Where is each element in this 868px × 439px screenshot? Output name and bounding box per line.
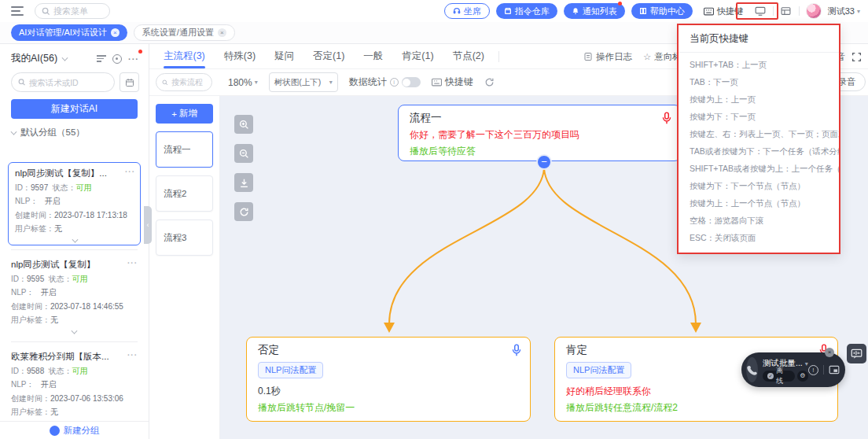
check-icon: ✓ [767, 373, 774, 379]
user-menu[interactable]: 测试33 ▾ [828, 6, 860, 17]
seat-button[interactable]: 坐席 [444, 3, 490, 19]
call-widget-info: 测试批量... ▾ ✓ 离线 ⚙ [763, 358, 808, 382]
flow-item-1[interactable]: 流程一 [156, 131, 213, 168]
tab-system-settings[interactable]: 系统设置/通用设置 × [134, 24, 235, 41]
menu-search[interactable] [35, 3, 110, 19]
created-label: 创建时间： [15, 211, 54, 220]
flow-search-input[interactable] [171, 78, 206, 87]
shortcuts-button[interactable]: 快捷键 [699, 4, 748, 19]
more-icon[interactable]: ··· [127, 351, 138, 363]
my-ai-title[interactable]: 我的AI(56) [11, 52, 57, 65]
id-label: ID： [15, 183, 31, 192]
reset-view-button[interactable] [234, 202, 253, 221]
microphone-icon[interactable] [511, 344, 522, 357]
more-icon[interactable]: ··· [128, 54, 139, 64]
microphone-icon[interactable] [661, 112, 672, 125]
close-icon[interactable]: × [218, 28, 226, 37]
info-icon[interactable]: i [390, 78, 399, 87]
tab-positive[interactable]: 肯定(1) [392, 44, 443, 68]
status-label: 状态： [53, 183, 76, 192]
voice-bubble-button[interactable] [847, 344, 866, 363]
book-icon [639, 7, 647, 15]
flow-item-3[interactable]: 流程3 [156, 220, 213, 256]
top-bar: 坐席 指令仓库 通知列表 帮助中心 快捷键 [0, 0, 868, 22]
notification-badge [618, 2, 622, 6]
download-button[interactable] [234, 173, 253, 192]
flow-item-2[interactable]: 流程2 [156, 175, 213, 212]
data-stats-toggle[interactable] [402, 77, 421, 87]
new-ai-button[interactable]: 新建对话AI [11, 99, 138, 119]
nlp-config-badge[interactable]: NLP问法配置 [258, 362, 323, 378]
info-icon[interactable]: ! [808, 365, 818, 375]
calendar-icon[interactable] [120, 72, 139, 92]
tab-nodes[interactable]: 节点(2) [443, 44, 494, 68]
node-root-flow[interactable]: 流程一 你好，需要了解一下这个三百万的项目吗 播放后等待应答 [398, 105, 681, 161]
help-center-label: 帮助中心 [650, 6, 685, 17]
avatar[interactable] [806, 3, 822, 19]
command-repo-button[interactable]: 指令仓库 [496, 3, 557, 19]
shortcut-item: 按键为下：下一个节点（节点） [679, 178, 839, 195]
fullscreen-icon[interactable] [851, 52, 862, 62]
app-root: 坐席 指令仓库 通知列表 帮助中心 快捷键 [0, 0, 868, 439]
more-icon[interactable]: ··· [125, 168, 135, 179]
zoom-in-button[interactable] [234, 115, 253, 134]
gear-icon[interactable]: ⚙ [797, 371, 808, 382]
operation-log-button[interactable]: 操作日志 [583, 51, 632, 63]
ai-card[interactable]: 欧莱雅积分到期【版本...··· ID：9588 状态：可用 NLP： 开启 创… [0, 346, 149, 421]
phone-icon[interactable] [746, 357, 758, 382]
layout-select[interactable]: 树状图(上下) ▾ [269, 72, 338, 92]
search-icon [162, 79, 168, 87]
close-icon[interactable]: × [825, 348, 834, 357]
call-widget[interactable]: 测试批量... ▾ ✓ 离线 ⚙ ! × [741, 352, 845, 387]
nlp-config-badge[interactable]: NLP问法配置 [566, 362, 631, 378]
tab-negative[interactable]: 否定(1) [303, 44, 354, 68]
menu-toggle-icon[interactable] [11, 6, 24, 16]
ai-card[interactable]: nlp同步测试【复制】··· ID：9595 状态：可用 NLP： 开启 创建时… [0, 254, 149, 338]
canvas-shortcuts-label: 快捷键 [445, 76, 473, 89]
pip-icon[interactable] [829, 365, 840, 374]
refresh-icon[interactable] [484, 77, 495, 87]
node-action-text: 播放后跳转任意流程/流程2 [566, 401, 826, 415]
tab-main-flow[interactable]: 主流程(3) [154, 44, 215, 68]
divider [773, 6, 774, 16]
sort-icon[interactable] [97, 55, 106, 62]
new-group-button[interactable]: + 新建分组 [0, 421, 149, 439]
tab-ai-dialog-design[interactable]: AI对话管理/AI对话设计 × [11, 24, 127, 41]
gear-icon[interactable] [112, 54, 122, 64]
alert-dot [138, 50, 142, 53]
zoom-level-dropdown[interactable]: 180% ▾ [228, 77, 258, 88]
tag-value: 无 [50, 315, 58, 324]
expand-chevron[interactable] [11, 326, 138, 334]
default-group-toggle[interactable]: 默认分组（55） [0, 119, 149, 142]
flow-search[interactable] [156, 73, 212, 91]
more-icon[interactable]: ··· [127, 259, 138, 271]
tab-question[interactable]: 疑问 [265, 44, 303, 68]
tab-general[interactable]: 一般 [354, 44, 392, 68]
zoom-out-button[interactable] [234, 144, 253, 163]
data-stats-label: 数据统计 [349, 76, 387, 89]
id-label: ID： [11, 367, 27, 375]
ai-search[interactable] [11, 72, 115, 92]
close-icon[interactable]: × [111, 28, 120, 37]
panel-layout-icon[interactable] [780, 6, 793, 17]
sidebar-collapse-handle[interactable]: ‹ [144, 206, 152, 244]
zoom-level-value: 180% [228, 77, 252, 88]
node-negative[interactable]: 否定 NLP问法配置 0.1秒 播放后跳转节点/挽留一 [246, 337, 531, 422]
menu-search-input[interactable] [53, 6, 101, 16]
ai-search-input[interactable] [29, 78, 108, 87]
monitor-icon[interactable] [754, 6, 767, 17]
notification-list-button[interactable]: 通知列表 [564, 3, 625, 19]
help-center-button[interactable]: 帮助中心 [631, 3, 693, 19]
status-label: 离线 [776, 366, 790, 386]
node-speech-text: 你好，需要了解一下这个三百万的项目吗 [410, 128, 669, 142]
ai-card[interactable]: nlp同步测试【复制】...··· ID：9597 状态：可用 NLP： 开启 … [8, 162, 141, 245]
data-stats-control: 数据统计 i [349, 76, 421, 89]
expand-chevron[interactable] [15, 234, 135, 243]
sidebar-search-row [0, 65, 149, 92]
collapse-node-button[interactable]: − [536, 154, 552, 170]
status-badge: 可用 [76, 183, 92, 192]
tab-special[interactable]: 特殊(3) [215, 44, 265, 68]
add-flow-button[interactable]: +新增 [156, 104, 213, 124]
canvas-shortcuts-button[interactable]: 快捷键 [432, 76, 473, 89]
chevron-down-icon[interactable] [62, 55, 68, 61]
